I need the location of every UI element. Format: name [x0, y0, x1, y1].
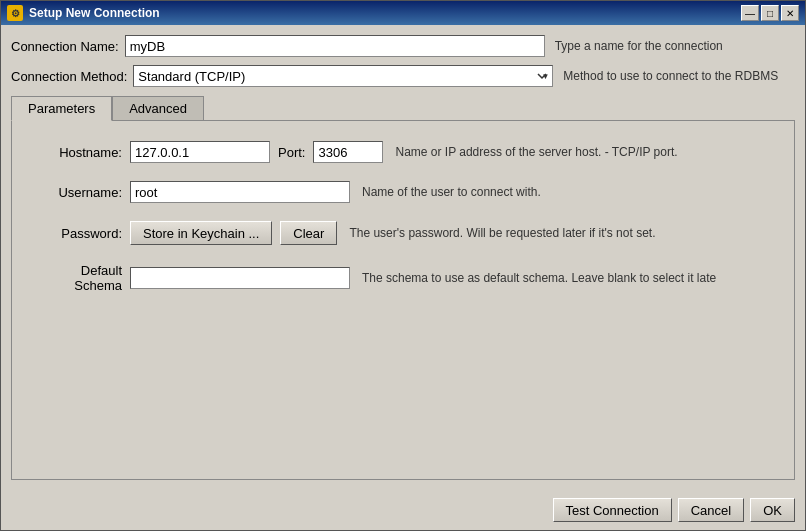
store-keychain-button[interactable]: Store in Keychain ...: [130, 221, 272, 245]
username-row: Username: Name of the user to connect wi…: [32, 181, 774, 203]
connection-method-hint: Method to use to connect to the RDBMS: [563, 69, 778, 83]
connection-name-input[interactable]: [125, 35, 545, 57]
clear-password-button[interactable]: Clear: [280, 221, 337, 245]
tab-advanced[interactable]: Advanced: [112, 96, 204, 121]
port-input[interactable]: [313, 141, 383, 163]
connection-name-row: Connection Name: Type a name for the con…: [11, 35, 795, 57]
tab-header: Parameters Advanced: [11, 95, 795, 120]
password-hint: The user's password. Will be requested l…: [349, 226, 655, 240]
schema-label: Default Schema: [32, 263, 122, 293]
connection-name-label: Connection Name:: [11, 39, 119, 54]
username-input[interactable]: [130, 181, 350, 203]
hostname-input[interactable]: [130, 141, 270, 163]
schema-row: Default Schema The schema to use as defa…: [32, 263, 774, 293]
username-hint: Name of the user to connect with.: [362, 185, 541, 199]
connection-name-hint: Type a name for the connection: [555, 39, 723, 53]
hostname-label: Hostname:: [32, 145, 122, 160]
schema-input[interactable]: [130, 267, 350, 289]
window-title: Setup New Connection: [29, 6, 160, 20]
maximize-button[interactable]: □: [761, 5, 779, 21]
title-bar-left: ⚙ Setup New Connection: [7, 5, 160, 21]
connection-method-select[interactable]: Standard (TCP/IP) Standard (TCP/IP) over…: [133, 65, 553, 87]
window-content: Connection Name: Type a name for the con…: [1, 25, 805, 490]
setup-window: ⚙ Setup New Connection — □ ✕ Connection …: [0, 0, 806, 531]
cancel-button[interactable]: Cancel: [678, 498, 744, 522]
connection-method-label: Connection Method:: [11, 69, 127, 84]
tab-body-parameters: Hostname: Port: Name or IP address of th…: [11, 120, 795, 480]
connection-method-row: Connection Method: Standard (TCP/IP) Sta…: [11, 65, 795, 87]
title-bar-controls: — □ ✕: [741, 5, 799, 21]
tabs-container: Parameters Advanced Hostname: Port: Name…: [11, 95, 795, 480]
ok-button[interactable]: OK: [750, 498, 795, 522]
title-bar: ⚙ Setup New Connection — □ ✕: [1, 1, 805, 25]
port-label: Port:: [278, 145, 305, 160]
footer: Test Connection Cancel OK: [1, 490, 805, 530]
password-label: Password:: [32, 226, 122, 241]
username-label: Username:: [32, 185, 122, 200]
test-connection-button[interactable]: Test Connection: [553, 498, 672, 522]
minimize-button[interactable]: —: [741, 5, 759, 21]
connection-method-wrapper: Standard (TCP/IP) Standard (TCP/IP) over…: [133, 65, 553, 87]
tab-parameters[interactable]: Parameters: [11, 96, 112, 121]
schema-hint: The schema to use as default schema. Lea…: [362, 271, 716, 285]
hostname-hint: Name or IP address of the server host. -…: [395, 145, 677, 159]
password-row: Password: Store in Keychain ... Clear Th…: [32, 221, 774, 245]
app-icon: ⚙: [7, 5, 23, 21]
hostname-row: Hostname: Port: Name or IP address of th…: [32, 141, 774, 163]
close-button[interactable]: ✕: [781, 5, 799, 21]
